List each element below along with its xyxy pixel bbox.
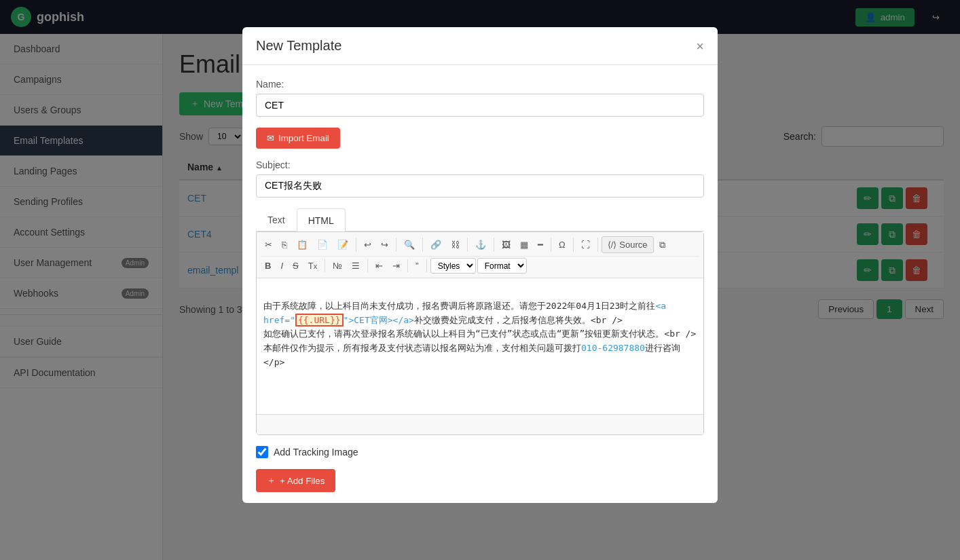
- toolbar-sep-6: [551, 238, 551, 252]
- modal-overlay[interactable]: New Template × Name: ✉ Import Email Subj…: [0, 0, 960, 560]
- add-files-button[interactable]: ＋ + Add Files: [256, 469, 335, 492]
- subject-input[interactable]: [256, 174, 704, 198]
- source-icon: ⟨/⟩: [608, 240, 617, 250]
- toolbar-sep-2: [396, 238, 396, 252]
- undo-button[interactable]: ↩: [360, 236, 375, 253]
- plus-icon-files: ＋: [267, 474, 276, 487]
- source-button[interactable]: ⟨/⟩ Source: [602, 236, 654, 253]
- strikethrough-button[interactable]: S: [289, 258, 303, 274]
- modal-title: New Template: [256, 38, 341, 54]
- editor-toolbar: ✂ ⎘ 📋 📄 📝 ↩ ↪ 🔍 🔗 ⛓ ⚓: [257, 232, 703, 278]
- bold-button[interactable]: B: [261, 258, 275, 274]
- toolbar-sep-1: [356, 238, 356, 252]
- blockquote-button[interactable]: ": [411, 258, 423, 274]
- add-files-label: + Add Files: [280, 476, 325, 486]
- name-group: Name:: [256, 79, 704, 117]
- copy-button[interactable]: ⎘: [278, 236, 291, 253]
- hr-button[interactable]: ━: [534, 236, 547, 253]
- maximize-button[interactable]: ⧉: [655, 236, 669, 253]
- toolbar-sep-8: [597, 238, 598, 252]
- toolbar-row-2: B I S Tx № ☰ ⇤ ⇥ " Styles: [261, 256, 699, 275]
- toolbar-sep-5: [494, 238, 494, 252]
- paste-word-button[interactable]: 📝: [333, 236, 352, 253]
- paste-button[interactable]: 📋: [293, 236, 312, 253]
- toolbar-sep-11: [407, 259, 408, 272]
- find-replace-button[interactable]: 🔍: [400, 236, 419, 253]
- tracking-row: Add Tracking Image: [256, 446, 704, 458]
- tab-html[interactable]: HTML: [297, 208, 346, 231]
- name-input[interactable]: [256, 94, 704, 117]
- subject-group: Subject:: [256, 160, 704, 198]
- styles-select[interactable]: Styles: [430, 258, 476, 274]
- table-button[interactable]: ▦: [516, 236, 532, 253]
- editor-wrapper: ✂ ⎘ 📋 📄 📝 ↩ ↪ 🔍 🔗 ⛓ ⚓: [256, 231, 704, 435]
- anchor-button[interactable]: ⚓: [471, 236, 490, 253]
- tracking-label[interactable]: Add Tracking Image: [274, 447, 358, 458]
- modal-header: New Template ×: [242, 27, 718, 65]
- toolbar-sep-7: [573, 238, 574, 252]
- toolbar-sep-12: [426, 259, 427, 272]
- toolbar-sep-4: [467, 238, 468, 252]
- email-icon: ✉: [267, 133, 274, 143]
- redo-button[interactable]: ↪: [377, 236, 392, 253]
- toolbar-row-1: ✂ ⎘ 📋 📄 📝 ↩ ↪ 🔍 🔗 ⛓ ⚓: [261, 235, 699, 255]
- modal-body: Name: ✉ Import Email Subject: Text HTML: [242, 65, 718, 503]
- format-select[interactable]: Format: [477, 258, 527, 274]
- import-email-label: Import Email: [278, 133, 329, 143]
- unordered-list-button[interactable]: ☰: [348, 258, 364, 274]
- tracking-checkbox[interactable]: [256, 446, 268, 458]
- outdent-button[interactable]: ⇤: [371, 258, 387, 274]
- remove-link-button[interactable]: ⛓: [447, 236, 464, 253]
- import-email-button[interactable]: ✉ Import Email: [256, 128, 340, 149]
- italic-button[interactable]: I: [276, 258, 287, 274]
- toolbar-sep-10: [367, 259, 368, 272]
- subject-label: Subject:: [256, 160, 704, 170]
- special-chars-button[interactable]: Ω: [555, 236, 570, 253]
- paste-text-button[interactable]: 📄: [313, 236, 332, 253]
- indent-button[interactable]: ⇥: [388, 258, 404, 274]
- insert-link-button[interactable]: 🔗: [426, 236, 445, 253]
- editor-content[interactable]: 由于系统故障，以上科目尚未支付成功，报名费调后将原路退还。请您于2022年04月…: [257, 278, 703, 414]
- image-button[interactable]: 🖼: [498, 236, 515, 253]
- editor-footer: [257, 414, 703, 434]
- name-label: Name:: [256, 79, 704, 90]
- modal-close-button[interactable]: ×: [696, 39, 704, 53]
- remove-format-button[interactable]: Tx: [304, 258, 321, 274]
- toolbar-sep-9: [325, 259, 325, 272]
- cut-button[interactable]: ✂: [261, 236, 276, 253]
- toolbar-sep-3: [422, 238, 423, 252]
- fullscreen-button[interactable]: ⛶: [577, 236, 594, 253]
- ordered-list-button[interactable]: №: [329, 258, 346, 274]
- editor-tabs: Text HTML: [256, 208, 704, 231]
- tab-text[interactable]: Text: [256, 208, 297, 231]
- source-label: Source: [619, 240, 647, 250]
- modal: New Template × Name: ✉ Import Email Subj…: [242, 27, 718, 503]
